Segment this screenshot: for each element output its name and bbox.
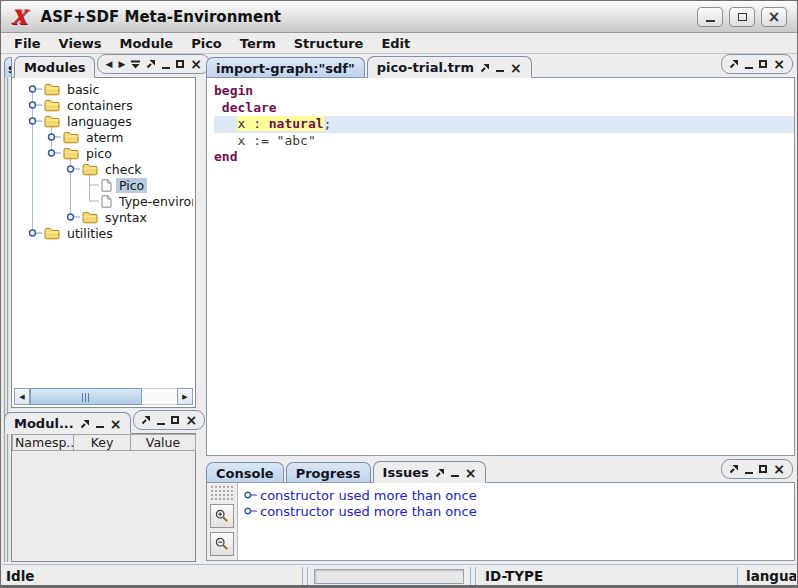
toolbar-grip-handle[interactable] [210, 485, 234, 500]
minimize-icon[interactable] [745, 472, 753, 474]
maximize-icon[interactable] [176, 60, 184, 68]
code-line[interactable]: declare [214, 100, 794, 117]
tree-horizontal-scrollbar[interactable]: ◀ ▶ [14, 388, 193, 405]
zoom-in-button[interactable] [210, 504, 234, 528]
tab-progress[interactable]: Progress [286, 462, 371, 482]
issue-item[interactable]: constructor used more than once [244, 503, 794, 519]
column-header-value[interactable]: Value [130, 434, 196, 451]
tree-expand-handle-icon[interactable] [28, 227, 42, 239]
tree-item-type-environn[interactable]: Type-environn [14, 193, 193, 209]
issues-toolbar [207, 483, 238, 560]
minimize-icon[interactable] [96, 426, 104, 428]
maximize-icon[interactable] [759, 60, 767, 68]
code-segment: x := "abc" [237, 133, 315, 148]
code-line[interactable]: x := "abc" [214, 133, 794, 150]
scroll-right-button[interactable]: ▶ [177, 388, 193, 405]
maximize-icon[interactable] [759, 465, 767, 473]
tree-item-utilities[interactable]: utilities [14, 225, 193, 241]
maximize-icon[interactable] [171, 416, 179, 424]
zoom-out-button[interactable] [210, 532, 234, 556]
tree-item-containers[interactable]: containers [14, 97, 193, 113]
nav-back-icon[interactable]: ◀ [105, 60, 112, 69]
menu-item-views[interactable]: Views [50, 36, 111, 51]
tree-item-check[interactable]: check [14, 161, 193, 177]
close-icon[interactable]: × [185, 413, 197, 427]
menu-item-edit[interactable]: Edit [372, 36, 419, 51]
menu-item-module[interactable]: Module [110, 36, 182, 51]
menu-item-structure[interactable]: Structure [285, 36, 373, 51]
tree-expand-handle-icon[interactable] [47, 131, 61, 143]
tab-pico-trial-trm[interactable]: pico-trial.trm× [367, 56, 532, 78]
window-title: ASF+SDF Meta-Environment [41, 8, 281, 26]
scroll-left-button[interactable]: ◀ [14, 388, 30, 405]
namespace-table-body[interactable] [12, 451, 195, 561]
tree-expand-handle-icon[interactable] [244, 489, 257, 501]
window-close-button[interactable]: × [761, 7, 787, 27]
float-icon[interactable] [146, 59, 156, 69]
tree-item-aterm[interactable]: aterm [14, 129, 193, 145]
close-icon[interactable]: × [465, 466, 477, 480]
float-icon[interactable] [729, 464, 739, 474]
minimize-icon[interactable] [162, 67, 170, 69]
minimize-icon[interactable] [496, 70, 504, 72]
close-icon[interactable]: × [110, 417, 122, 431]
tree-item-pico[interactable]: pico [14, 145, 193, 161]
column-header-namesp[interactable]: Namesp... [12, 434, 74, 451]
tab-issues[interactable]: Issues× [373, 461, 487, 483]
title-bar[interactable]: X ASF+SDF Meta-Environment × [1, 1, 797, 33]
code-line[interactable]: end [214, 149, 794, 166]
folder-icon [44, 115, 60, 128]
code-editor[interactable]: begin declare x : natural; x := "abc"end [207, 78, 794, 166]
issue-item[interactable]: constructor used more than once [244, 487, 794, 503]
statusbar-separator [470, 567, 471, 585]
nav-forward-icon[interactable]: ▶ [118, 60, 125, 69]
minimize-icon[interactable] [157, 423, 165, 425]
tab-list-menu-icon[interactable] [131, 60, 140, 69]
tree-expand-handle-icon[interactable] [28, 99, 42, 111]
close-icon[interactable]: × [190, 57, 202, 71]
float-icon[interactable] [80, 419, 90, 429]
float-icon[interactable] [141, 415, 151, 425]
tree-expand-handle-icon[interactable] [244, 505, 257, 517]
window-minimize-button[interactable] [697, 7, 723, 27]
status-language: langua [740, 568, 796, 584]
code-line[interactable]: begin [214, 83, 794, 100]
tab-module-namespace[interactable]: Modul... × [4, 412, 131, 434]
float-icon[interactable] [729, 59, 739, 69]
console-panel-controls: × [721, 459, 793, 479]
minimize-icon[interactable] [451, 475, 459, 477]
tree-item-syntax[interactable]: syntax [14, 209, 193, 225]
code-line[interactable]: x : natural; [214, 116, 794, 133]
file-icon [101, 195, 112, 208]
editor-content[interactable]: begin declare x : natural; x := "abc"end [206, 77, 795, 456]
statusbar-separator [737, 567, 738, 585]
tree-expand-handle-icon[interactable] [66, 211, 80, 223]
scrollbar-thumb[interactable] [30, 388, 142, 405]
close-icon[interactable]: × [510, 61, 522, 75]
float-icon[interactable] [435, 468, 445, 478]
tab-modules[interactable]: Modules [14, 56, 95, 78]
menu-item-pico[interactable]: Pico [182, 36, 231, 51]
tree-expand-handle-icon[interactable] [28, 115, 42, 127]
tree-expand-handle-icon[interactable] [66, 163, 80, 175]
status-bar: Idle ID-TYPE langua [2, 564, 796, 587]
close-icon[interactable]: × [773, 462, 785, 476]
tab-console[interactable]: Console [206, 462, 284, 482]
tab-label: s [8, 61, 12, 76]
scrollbar-track[interactable] [142, 388, 177, 405]
tree-expand-handle-icon[interactable] [28, 83, 42, 95]
column-header-key[interactable]: Key [73, 434, 131, 451]
window-maximize-button[interactable] [729, 7, 755, 27]
float-icon[interactable] [480, 63, 490, 73]
tree-expand-handle-icon[interactable] [47, 147, 61, 159]
tree-item-languages[interactable]: languages [14, 113, 193, 129]
tree-item-pico[interactable]: Pico [14, 177, 193, 193]
menu-item-term[interactable]: Term [231, 36, 285, 51]
minimize-icon[interactable] [745, 67, 753, 69]
code-segment: begin [214, 83, 253, 98]
tab-clipped[interactable]: s [4, 57, 12, 77]
tree-item-basic[interactable]: basic [14, 81, 193, 97]
close-icon[interactable]: × [773, 57, 785, 71]
menu-item-file[interactable]: File [5, 36, 50, 51]
tab-import-graph-sdf[interactable]: import-graph:"sdf" [206, 57, 365, 77]
